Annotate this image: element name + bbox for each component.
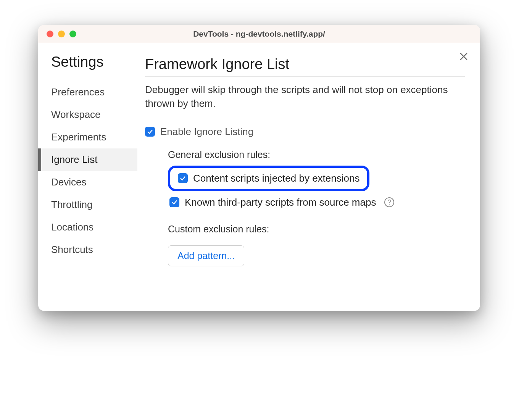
settings-body: Settings Preferences Workspace Experimen…: [38, 43, 480, 311]
sidebar-title: Settings: [38, 54, 137, 70]
window-title: DevTools - ng-devtools.netlify.app/: [38, 29, 480, 39]
devtools-settings-window: DevTools - ng-devtools.netlify.app/ Sett…: [38, 25, 480, 311]
check-icon: [147, 128, 153, 135]
sidebar-item-throttling[interactable]: Throttling: [38, 193, 137, 216]
rule-content-scripts-label: Content scripts injected by extensions: [193, 172, 360, 184]
window-close-button[interactable]: [47, 31, 53, 37]
traffic-lights: [47, 31, 76, 37]
custom-rules-label: Custom exclusion rules:: [168, 224, 465, 235]
window-maximize-button[interactable]: [69, 31, 76, 37]
sidebar-item-experiments[interactable]: Experiments: [38, 126, 137, 148]
window-titlebar: DevTools - ng-devtools.netlify.app/: [38, 25, 480, 43]
settings-main: Framework Ignore List Debugger will skip…: [137, 43, 480, 311]
page-title: Framework Ignore List: [145, 56, 465, 77]
help-icon[interactable]: ?: [384, 197, 394, 207]
check-icon: [179, 175, 186, 182]
window-minimize-button[interactable]: [58, 31, 65, 37]
settings-sidebar: Settings Preferences Workspace Experimen…: [38, 43, 137, 311]
sidebar-item-devices[interactable]: Devices: [38, 171, 137, 193]
rule-third-party-row[interactable]: Known third-party scripts from source ma…: [169, 197, 465, 208]
sidebar-item-shortcuts[interactable]: Shortcuts: [38, 238, 137, 261]
rule-third-party-label: Known third-party scripts from source ma…: [185, 197, 376, 208]
rule-content-scripts-checkbox[interactable]: [178, 173, 188, 183]
close-settings-button[interactable]: [459, 52, 469, 63]
enable-ignore-listing-checkbox[interactable]: [145, 127, 155, 137]
general-rules-label: General exclusion rules:: [168, 149, 465, 160]
close-icon: [459, 52, 469, 61]
rule-third-party-checkbox[interactable]: [169, 197, 179, 207]
sidebar-item-workspace[interactable]: Workspace: [38, 103, 137, 126]
enable-ignore-listing-row[interactable]: Enable Ignore Listing: [145, 126, 465, 138]
add-pattern-button[interactable]: Add pattern...: [168, 245, 244, 266]
sidebar-item-preferences[interactable]: Preferences: [38, 81, 137, 103]
rule-content-scripts-row[interactable]: Content scripts injected by extensions: [168, 166, 369, 191]
check-icon: [171, 199, 178, 206]
sidebar-item-locations[interactable]: Locations: [38, 216, 137, 238]
general-rules-section: General exclusion rules: Content scripts…: [168, 149, 465, 266]
enable-ignore-listing-label: Enable Ignore Listing: [160, 126, 253, 138]
page-description: Debugger will skip through the scripts a…: [145, 83, 465, 111]
sidebar-item-ignore-list[interactable]: Ignore List: [38, 148, 137, 171]
